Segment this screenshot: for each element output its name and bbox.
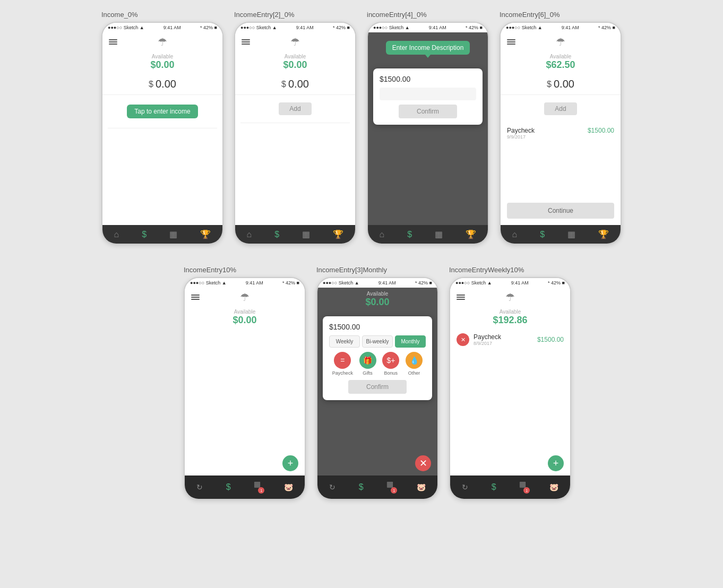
add-button[interactable]: Add [279, 102, 311, 115]
nav-piggy-icon[interactable]: 🐷 [549, 483, 558, 491]
nav-piggy-icon[interactable]: 🐷 [417, 483, 426, 491]
nav-trophy-icon[interactable]: 🏆 [598, 229, 609, 239]
status-bar: ●●●○○ Sketch ▲ 9:41 AM * 42% ■ [185, 278, 305, 288]
bottom-nav: ⌂ $ ▦ 🏆 [368, 225, 488, 244]
income-type-paycheck[interactable]: = Paycheck [332, 352, 353, 376]
fab-add-button[interactable]: + [548, 455, 564, 471]
nav-dollar-icon[interactable]: $ [274, 230, 279, 239]
nav-calendar-icon[interactable]: ▦ [567, 229, 575, 239]
freq-monthly-button[interactable]: Monthly [395, 335, 426, 348]
type-label: Other [408, 370, 420, 376]
frequency-buttons: Weekly Bi-weekly Monthly [329, 335, 426, 348]
nav-dollar-icon[interactable]: $ [407, 230, 412, 239]
screen-label: Income_0% [101, 11, 138, 19]
menu-icon[interactable] [109, 39, 117, 45]
menu-icon[interactable] [242, 39, 250, 45]
nav-cycle-icon[interactable]: ↻ [196, 483, 203, 491]
amount-value: 0.00 [288, 78, 309, 90]
nav-home-icon[interactable]: ⌂ [114, 230, 119, 239]
available-label: Available [501, 54, 621, 59]
status-bar: ●●●○○ Sketch ▲ 9:41 AM * 42% ■ [235, 23, 355, 32]
status-bar: ●●●○○ Sketch ▲ 9:41 AM * 42% ■ [102, 23, 222, 32]
available-label: Available [450, 309, 570, 315]
nav-trophy-icon[interactable]: 🏆 [466, 229, 476, 239]
screen-content: Available $0.00 $1500.00 Weekly Bi-weekl… [317, 288, 437, 475]
screen-content: ☂ Available $0.00 + [185, 288, 305, 475]
screen-row-1: Income_0% ●●●○○ Sketch ▲ 9:41 AM * 42% ■… [11, 11, 712, 245]
fab-add-button[interactable]: + [282, 455, 298, 471]
modal-confirm-button[interactable]: Confirm [399, 105, 457, 118]
income-type-bonus[interactable]: $+ Bonus [382, 352, 399, 376]
screen-content: Enter Income Description $1500.00 Confir… [368, 32, 488, 225]
freq-biweekly-button[interactable]: Bi-weekly [362, 335, 393, 348]
time: 9:41 AM [429, 25, 446, 30]
status-bar: ●●●○○ Sketch ▲ 9:41 AM * 42% ■ [317, 278, 437, 288]
nav-calendar-badge-icon[interactable]: ▦1 [519, 480, 526, 495]
bottom-nav-v2: ↻ $ ▦1 🐷 [185, 475, 305, 499]
continue-button[interactable]: Continue [507, 203, 614, 219]
menu-icon[interactable] [457, 295, 465, 300]
income-type-gifts[interactable]: 🎁 Gifts [359, 352, 376, 376]
amount-value: 0.00 [554, 78, 574, 90]
nav-calendar-badge-icon[interactable]: ▦1 [386, 480, 393, 495]
nav-home-icon[interactable]: ⌂ [512, 230, 518, 239]
phone-income-entry-6: ●●●○○ Sketch ▲ 9:41 AM * 42% ■ ☂ Availab… [500, 22, 622, 245]
confirm-button[interactable]: Confirm [348, 380, 406, 394]
available-section: Available $192.86 [450, 307, 570, 329]
nav-dollar-icon[interactable]: $ [142, 230, 147, 239]
phone-income-0: ●●●○○ Sketch ▲ 9:41 AM * 42% ■ ☂ Availab… [101, 22, 223, 245]
tap-to-enter[interactable]: Tap to enter income [127, 105, 197, 118]
nav-calendar-icon[interactable]: ▦ [302, 229, 310, 239]
amount-value: 0.00 [156, 78, 176, 90]
nav-calendar-badge-icon[interactable]: ▦1 [254, 480, 261, 495]
screen-wrapper: Income_0% ●●●○○ Sketch ▲ 9:41 AM * 42% ■… [101, 11, 223, 245]
time: 9:41 AM [296, 25, 314, 30]
nav-calendar-icon[interactable]: ▦ [435, 229, 443, 239]
modal-description-field[interactable] [380, 88, 476, 100]
nav-cycle-icon[interactable]: ↻ [462, 483, 468, 491]
nav-calendar-icon[interactable]: ▦ [169, 229, 177, 239]
nav-home-icon[interactable]: ⌂ [380, 230, 385, 239]
time: 9:41 AM [511, 280, 529, 286]
dollar-sign: $ [149, 80, 153, 89]
status-bar: ●●●○○ Sketch ▲ 9:41 AM * 42% ■ [501, 23, 621, 32]
top-bar: ☂ [235, 32, 355, 51]
signal-carrier: ●●●○○ Sketch ▲ [373, 25, 410, 30]
nav-trophy-icon[interactable]: 🏆 [200, 229, 211, 239]
available-amount: $62.50 [501, 59, 621, 71]
modal-amount: $1500.00 [380, 75, 476, 83]
screen-wrapper: IncomeEntry10% ●●●○○ Sketch ▲ 9:41 AM * … [184, 266, 306, 500]
screen-label: IncomeEntry[3]Monthly [316, 266, 387, 274]
available-label: Available [235, 54, 355, 59]
battery: * 42% ■ [415, 280, 432, 286]
battery: * 42% ■ [333, 25, 350, 30]
close-fab-button[interactable]: ✕ [415, 455, 431, 471]
bottom-nav: ⌂ $ ▦ 🏆 [501, 225, 621, 244]
income-type-other[interactable]: 💧 Other [406, 352, 423, 376]
tooltip-enter-description: Enter Income Description [386, 41, 470, 55]
nav-piggy-icon[interactable]: 🐷 [284, 483, 293, 491]
nav-dollar-icon[interactable]: $ [226, 482, 231, 492]
nav-dollar-icon[interactable]: $ [359, 482, 364, 492]
menu-icon[interactable] [191, 295, 200, 300]
available-amount: $0.00 [323, 297, 432, 308]
screen-wrapper: IncomeEntryWeekly10% ●●●○○ Sketch ▲ 9:41… [449, 266, 571, 500]
nav-dollar-icon[interactable]: $ [492, 482, 496, 492]
available-amount: $0.00 [102, 59, 222, 71]
top-bar: ☂ [501, 32, 621, 51]
battery: * 42% ■ [200, 25, 217, 30]
add-button[interactable]: Add [544, 102, 576, 115]
nav-cycle-icon[interactable]: ↻ [329, 483, 335, 491]
paycheck-row: ✕ Paycheck 8/9/2017 $1500.00 [450, 329, 570, 350]
type-icon-other: 💧 [406, 352, 423, 369]
dollar-sign: $ [547, 80, 552, 89]
nav-trophy-icon[interactable]: 🏆 [333, 229, 343, 239]
income-amount: $1500.00 [588, 127, 614, 134]
menu-icon[interactable] [507, 39, 515, 45]
signal-carrier: ●●●○○ Sketch ▲ [190, 280, 227, 286]
signal-carrier: ●●●○○ Sketch ▲ [108, 25, 144, 30]
nav-home-icon[interactable]: ⌂ [247, 230, 252, 239]
nav-dollar-icon[interactable]: $ [540, 230, 545, 239]
screen-label: IncomeEntryWeekly10% [449, 266, 524, 274]
freq-weekly-button[interactable]: Weekly [329, 335, 360, 348]
